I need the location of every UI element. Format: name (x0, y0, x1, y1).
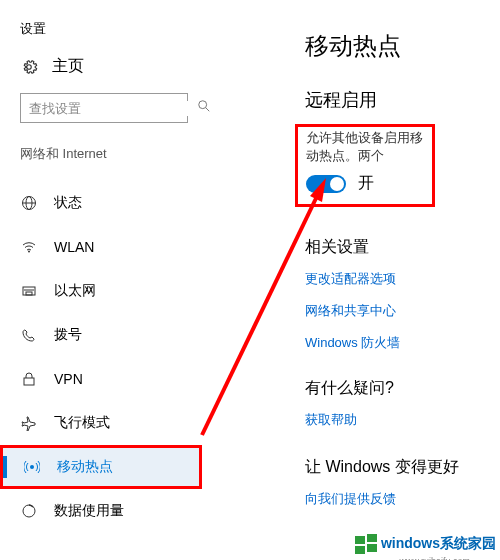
remote-enable-heading: 远程启用 (305, 88, 495, 112)
svg-point-14 (30, 465, 34, 469)
gear-icon (20, 58, 38, 76)
remote-enable-toggle[interactable]: 开 (306, 173, 424, 194)
link-network-sharing[interactable]: 网络和共享中心 (305, 302, 495, 320)
nav-wlan[interactable]: WLAN (20, 225, 200, 269)
search-input-container[interactable] (20, 93, 188, 123)
nav-label: 移动热点 (57, 458, 113, 476)
toggle-state-label: 开 (358, 173, 374, 194)
data-usage-icon (20, 502, 38, 520)
nav-vpn[interactable]: VPN (20, 357, 200, 401)
watermark-logo-icon (355, 534, 379, 554)
globe-icon (20, 194, 38, 212)
ethernet-icon (20, 282, 38, 300)
nav-label: 飞行模式 (54, 414, 110, 432)
svg-point-5 (28, 251, 30, 253)
nav-label: 拨号 (54, 326, 82, 344)
nav-label: VPN (54, 371, 83, 387)
nav-label: 状态 (54, 194, 82, 212)
search-icon (197, 99, 211, 117)
page-heading: 移动热点 (305, 30, 495, 62)
svg-line-16 (202, 190, 320, 435)
nav-label: WLAN (54, 239, 94, 255)
nav-hotspot[interactable]: 移动热点 (0, 445, 202, 489)
toggle-description: 允许其他设备启用移动热点。两个 (306, 129, 424, 165)
settings-right-panel: 移动热点 远程启用 允许其他设备启用移动热点。两个 开 相关设置 更改适配器选项… (305, 30, 495, 522)
watermark: windows系统家园 (355, 534, 496, 554)
nav-datausage[interactable]: 数据使用量 (20, 489, 200, 533)
vpn-icon (20, 370, 38, 388)
better-heading: 让 Windows 变得更好 (305, 457, 495, 478)
nav-dialup[interactable]: 拨号 (20, 313, 200, 357)
toggle-highlight-box: 允许其他设备启用移动热点。两个 开 (295, 124, 435, 207)
nav-label: 以太网 (54, 282, 96, 300)
nav-airplane[interactable]: 飞行模式 (20, 401, 200, 445)
watermark-sub: www.ruihaifu.com (399, 556, 470, 560)
svg-line-1 (206, 108, 210, 112)
home-link[interactable]: 主页 (20, 56, 200, 77)
svg-rect-13 (24, 378, 34, 385)
home-label: 主页 (52, 56, 84, 77)
link-windows-firewall[interactable]: Windows 防火墙 (305, 334, 495, 352)
airplane-icon (20, 414, 38, 432)
link-get-help[interactable]: 获取帮助 (305, 411, 495, 429)
nav-status[interactable]: 状态 (20, 181, 200, 225)
nav-label: 数据使用量 (54, 502, 124, 520)
svg-rect-7 (26, 292, 32, 295)
question-heading: 有什么疑问? (305, 378, 495, 399)
toggle-switch-icon (306, 175, 346, 193)
nav-ethernet[interactable]: 以太网 (20, 269, 200, 313)
section-label: 网络和 Internet (20, 145, 200, 163)
related-heading: 相关设置 (305, 237, 495, 258)
phone-icon (20, 326, 38, 344)
svg-point-0 (199, 101, 207, 109)
settings-left-panel: 设置 主页 网络和 Internet 状态 WLAN 以太网 (0, 0, 200, 560)
wifi-icon (20, 238, 38, 256)
link-feedback[interactable]: 向我们提供反馈 (305, 490, 495, 508)
watermark-text: windows系统家园 (381, 535, 496, 553)
search-input[interactable] (29, 101, 197, 116)
link-adapter-options[interactable]: 更改适配器选项 (305, 270, 495, 288)
hotspot-icon (23, 458, 41, 476)
window-title: 设置 (20, 20, 200, 38)
